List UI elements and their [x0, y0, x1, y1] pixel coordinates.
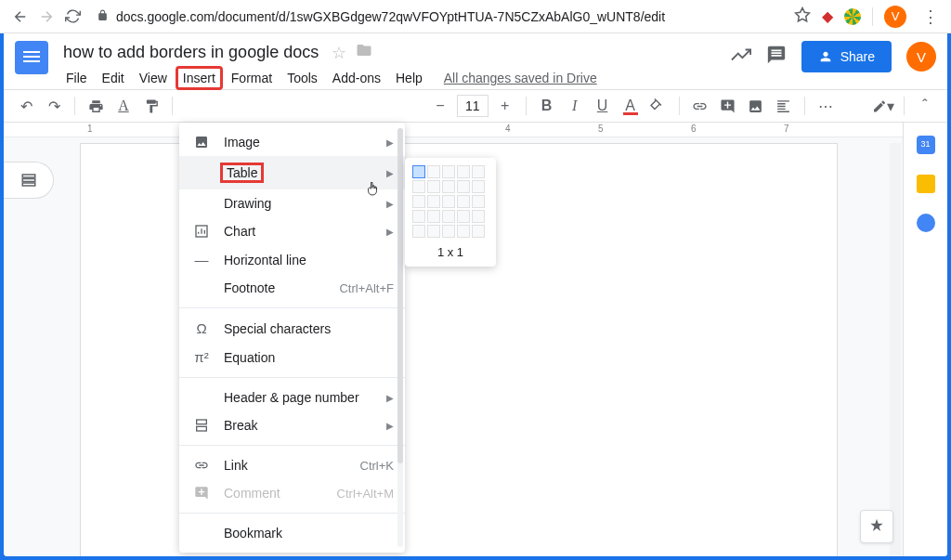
table-cell[interactable]: [442, 180, 455, 193]
insert-break[interactable]: Break ▶: [179, 411, 405, 439]
table-cell[interactable]: [442, 225, 455, 238]
table-cell[interactable]: [427, 165, 440, 178]
lock-icon: [97, 9, 109, 24]
link-icon[interactable]: [689, 95, 711, 117]
insert-image-icon[interactable]: [745, 95, 767, 117]
menu-help[interactable]: Help: [389, 67, 429, 89]
insert-footnote-label: Footnote: [224, 280, 275, 295]
calendar-icon[interactable]: 31: [917, 136, 935, 154]
save-status[interactable]: All changes saved in Drive: [444, 71, 597, 85]
table-cell[interactable]: [427, 195, 440, 208]
table-cell[interactable]: [442, 165, 455, 178]
more-icon[interactable]: ⋯: [814, 95, 837, 117]
keep-icon[interactable]: [917, 175, 935, 193]
table-cell[interactable]: [412, 195, 425, 208]
document-title[interactable]: how to add borders in google docs: [59, 41, 322, 64]
table-cell[interactable]: [457, 165, 470, 178]
profile-avatar[interactable]: V: [884, 6, 906, 28]
insert-table[interactable]: Table ▶: [179, 156, 405, 189]
table-cell[interactable]: [472, 165, 485, 178]
menu-edit[interactable]: Edit: [96, 67, 131, 89]
table-cell[interactable]: [412, 225, 425, 238]
star-icon[interactable]: ☆: [332, 43, 346, 63]
bookmark-star-icon[interactable]: [794, 7, 811, 27]
italic-icon[interactable]: I: [564, 95, 586, 117]
insert-comment[interactable]: Comment Ctrl+Alt+M: [179, 479, 405, 507]
table-cell[interactable]: [472, 225, 485, 238]
paint-format-icon[interactable]: [140, 95, 163, 117]
print-icon[interactable]: [85, 95, 107, 117]
bold-icon[interactable]: B: [536, 95, 558, 117]
extension-icon-1[interactable]: ◆: [822, 7, 833, 25]
insert-link[interactable]: Link Ctrl+K: [179, 451, 405, 479]
reload-button[interactable]: [59, 4, 85, 30]
editing-mode-icon[interactable]: ▾: [872, 95, 894, 117]
forward-button[interactable]: [33, 4, 59, 30]
table-cell[interactable]: [412, 210, 425, 223]
comment-icon[interactable]: [766, 45, 787, 70]
table-cell[interactable]: [442, 210, 455, 223]
table-cell[interactable]: [457, 225, 470, 238]
menu-view[interactable]: View: [133, 67, 174, 89]
menubar: File Edit View Insert Format Tools Add-o…: [59, 66, 731, 90]
table-cell[interactable]: [427, 225, 440, 238]
menu-addons[interactable]: Add-ons: [326, 67, 387, 89]
ruler[interactable]: 1 4 5 6 7: [4, 123, 947, 137]
menu-insert[interactable]: Insert: [176, 66, 223, 90]
toolbar: ↶ ↷ A − 11 + B I U A: [4, 89, 947, 123]
table-cell[interactable]: [472, 195, 485, 208]
docs-header: how to add borders in google docs ☆ File…: [4, 33, 947, 89]
omega-icon: Ω: [192, 320, 211, 336]
account-avatar[interactable]: V: [906, 42, 936, 72]
undo-icon[interactable]: ↶: [15, 95, 37, 117]
table-cell[interactable]: [412, 180, 425, 193]
menu-format[interactable]: Format: [225, 67, 279, 89]
vertical-scrollbar[interactable]: [890, 143, 901, 556]
share-button[interactable]: Share: [801, 41, 892, 72]
align-icon[interactable]: [773, 95, 795, 117]
activity-icon[interactable]: [731, 45, 751, 70]
folder-icon[interactable]: [356, 42, 372, 63]
table-cell[interactable]: [427, 180, 440, 193]
back-button[interactable]: [7, 4, 33, 30]
share-label: Share: [840, 49, 875, 64]
address-bar[interactable]: docs.google.com/document/d/1swGXBGdgew72…: [97, 9, 783, 24]
table-cell[interactable]: [472, 180, 485, 193]
docs-logo-icon[interactable]: [15, 41, 48, 74]
table-cell[interactable]: [442, 195, 455, 208]
insert-bookmark[interactable]: Bookmark: [179, 519, 405, 547]
chrome-menu-icon[interactable]: ⋮: [918, 4, 944, 30]
highlight-icon[interactable]: [647, 95, 670, 117]
table-cell-1-1[interactable]: [412, 165, 425, 178]
table-cell[interactable]: [457, 210, 470, 223]
table-cell[interactable]: [457, 180, 470, 193]
insert-header-page[interactable]: Header & page number ▶: [179, 384, 405, 411]
spellcheck-icon[interactable]: A: [112, 95, 135, 117]
outline-toggle[interactable]: [4, 162, 54, 199]
insert-chart[interactable]: Chart ▶: [179, 217, 405, 245]
font-size-minus[interactable]: −: [429, 95, 451, 117]
insert-footnote[interactable]: Footnote Ctrl+Alt+F: [179, 274, 405, 302]
underline-icon[interactable]: U: [592, 95, 614, 117]
add-comment-icon[interactable]: [717, 95, 739, 117]
table-cell[interactable]: [472, 210, 485, 223]
insert-special-chars[interactable]: Ω Special characters: [179, 314, 405, 343]
tasks-icon[interactable]: [917, 214, 935, 232]
extension-icon-2[interactable]: [844, 8, 861, 25]
insert-image[interactable]: Image ▶: [179, 128, 405, 156]
menu-file[interactable]: File: [59, 67, 94, 89]
table-cell[interactable]: [427, 210, 440, 223]
redo-icon[interactable]: ↷: [43, 95, 65, 117]
explore-button[interactable]: [860, 510, 893, 543]
table-grid[interactable]: [412, 165, 489, 238]
hide-menus-icon[interactable]: ˆ: [914, 95, 936, 117]
menu-tools[interactable]: Tools: [280, 67, 324, 89]
text-color-icon[interactable]: A: [619, 95, 642, 117]
font-size-field[interactable]: 11: [457, 95, 489, 117]
insert-equation[interactable]: π² Equation: [179, 343, 405, 371]
table-cell[interactable]: [457, 195, 470, 208]
insert-drawing[interactable]: Drawing ▶: [179, 189, 405, 217]
dropdown-scrollbar[interactable]: [397, 128, 403, 547]
insert-horizontal-line[interactable]: — Horizontal line: [179, 245, 405, 274]
font-size-plus[interactable]: +: [494, 95, 516, 117]
